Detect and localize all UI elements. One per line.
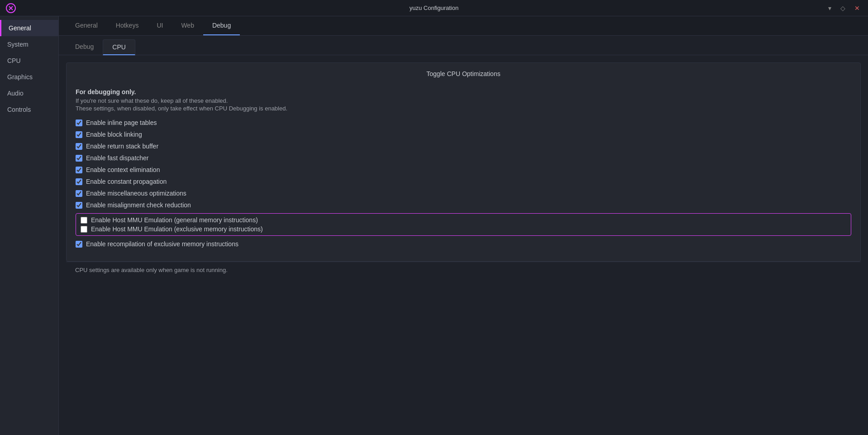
titlebar: yuzu Configuration ▾ ◇ ✕ xyxy=(0,0,868,16)
sub-tab-debug[interactable]: Debug xyxy=(66,39,103,55)
maximize-button[interactable]: ◇ xyxy=(838,4,848,13)
checkbox-misalignment-check-input[interactable] xyxy=(76,202,82,209)
mmu-group: Enable Host MMU Emulation (general memor… xyxy=(76,213,851,236)
checkbox-fast-dispatcher-input[interactable] xyxy=(76,155,82,162)
checkbox-block-linking: Enable block linking xyxy=(76,131,851,138)
top-tabs: General Hotkeys UI Web Debug xyxy=(59,16,868,36)
tab-hotkeys[interactable]: Hotkeys xyxy=(107,16,148,35)
sidebar-item-graphics[interactable]: Graphics xyxy=(0,69,58,85)
checkbox-host-mmu-exclusive-input[interactable] xyxy=(81,226,87,233)
checkbox-recompilation-exclusive: Enable recompilation of exclusive memory… xyxy=(76,240,851,248)
window-controls: ▾ ◇ ✕ xyxy=(825,4,863,13)
checkbox-constant-propagation-input[interactable] xyxy=(76,178,82,185)
debug-desc1: If you're not sure what these do, keep a… xyxy=(76,97,851,104)
checkbox-misc-optimizations-input[interactable] xyxy=(76,190,82,197)
tab-web[interactable]: Web xyxy=(172,16,203,35)
checkbox-constant-propagation: Enable constant propagation xyxy=(76,178,851,185)
checkbox-host-mmu-general: Enable Host MMU Emulation (general memor… xyxy=(81,216,846,224)
checkbox-misalignment-check: Enable misalignment check reduction xyxy=(76,201,851,209)
tab-general[interactable]: General xyxy=(66,16,107,35)
checkbox-host-mmu-exclusive: Enable Host MMU Emulation (exclusive mem… xyxy=(81,225,846,233)
sidebar: General System CPU Graphics Audio Contro… xyxy=(0,16,59,435)
window-title: yuzu Configuration xyxy=(410,5,458,11)
checkbox-return-stack-buffer-input[interactable] xyxy=(76,143,82,150)
checkbox-misc-optimizations: Enable miscellaneous optimizations xyxy=(76,190,851,197)
checkbox-recompilation-exclusive-input[interactable] xyxy=(76,241,82,248)
tab-ui[interactable]: UI xyxy=(148,16,172,35)
sub-tab-cpu[interactable]: CPU xyxy=(103,39,135,55)
panel-box: Toggle CPU Optimizations For debugging o… xyxy=(66,62,861,262)
checkbox-inline-page-tables-input[interactable] xyxy=(76,120,82,126)
sub-tabs: Debug CPU xyxy=(59,36,868,55)
checkbox-fast-dispatcher: Enable fast dispatcher xyxy=(76,154,851,162)
checkbox-host-mmu-general-input[interactable] xyxy=(81,217,87,224)
app-logo xyxy=(5,3,16,14)
checkbox-context-elimination-input[interactable] xyxy=(76,167,82,173)
debug-note: For debugging only. xyxy=(76,88,851,96)
main-layout: General System CPU Graphics Audio Contro… xyxy=(0,16,868,435)
panel-title: Toggle CPU Optimizations xyxy=(76,70,851,81)
checkbox-return-stack-buffer: Enable return stack buffer xyxy=(76,143,851,150)
content-area: General Hotkeys UI Web Debug Debug CPU xyxy=(59,16,868,435)
sidebar-item-general[interactable]: General xyxy=(0,20,58,36)
panel: Toggle CPU Optimizations For debugging o… xyxy=(59,55,868,435)
close-button[interactable]: ✕ xyxy=(852,4,863,13)
tab-debug[interactable]: Debug xyxy=(203,16,240,35)
status-bar: CPU settings are available only when gam… xyxy=(66,262,861,278)
checkbox-context-elimination: Enable context elimination xyxy=(76,166,851,173)
checkbox-inline-page-tables: Enable inline page tables xyxy=(76,119,851,126)
minimize-button[interactable]: ▾ xyxy=(825,4,834,13)
debug-desc2: These settings, when disabled, only take… xyxy=(76,105,851,112)
sidebar-item-system[interactable]: System xyxy=(0,36,58,53)
sidebar-item-cpu[interactable]: CPU xyxy=(0,53,58,69)
checkbox-block-linking-input[interactable] xyxy=(76,131,82,138)
sidebar-item-audio[interactable]: Audio xyxy=(0,85,58,101)
sidebar-item-controls[interactable]: Controls xyxy=(0,101,58,118)
